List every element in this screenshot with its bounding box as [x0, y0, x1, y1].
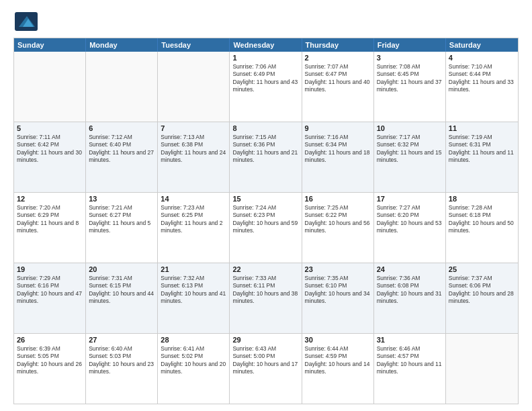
- day-info: Sunrise: 7:16 AMSunset: 6:34 PMDaylight:…: [305, 134, 371, 165]
- day-info: Sunrise: 7:23 AMSunset: 6:25 PMDaylight:…: [161, 204, 226, 235]
- calendar-day-31: 31Sunrise: 6:46 AMSunset: 4:57 PMDayligh…: [374, 334, 446, 404]
- day-info: Sunrise: 7:35 AMSunset: 6:10 PMDaylight:…: [305, 275, 371, 306]
- calendar-empty-cell: [86, 52, 158, 122]
- day-info: Sunrise: 7:27 AMSunset: 6:20 PMDaylight:…: [377, 204, 443, 235]
- calendar-day-23: 23Sunrise: 7:35 AMSunset: 6:10 PMDayligh…: [302, 263, 374, 333]
- day-number: 3: [377, 54, 443, 62]
- calendar-day-13: 13Sunrise: 7:21 AMSunset: 6:27 PMDayligh…: [86, 193, 158, 263]
- day-info: Sunrise: 7:37 AMSunset: 6:06 PMDaylight:…: [449, 275, 515, 306]
- day-number: 24: [377, 265, 443, 273]
- day-info: Sunrise: 6:39 AMSunset: 5:05 PMDaylight:…: [17, 345, 83, 376]
- calendar-day-5: 5Sunrise: 7:11 AMSunset: 6:42 PMDaylight…: [14, 122, 86, 192]
- day-info: Sunrise: 7:13 AMSunset: 6:38 PMDaylight:…: [161, 134, 226, 165]
- calendar-day-15: 15Sunrise: 7:24 AMSunset: 6:23 PMDayligh…: [230, 193, 302, 263]
- day-number: 29: [232, 336, 298, 344]
- calendar-day-26: 26Sunrise: 6:39 AMSunset: 5:05 PMDayligh…: [14, 334, 86, 404]
- calendar-empty-cell: [446, 334, 518, 404]
- day-info: Sunrise: 6:40 AMSunset: 5:03 PMDaylight:…: [89, 345, 154, 376]
- calendar-day-29: 29Sunrise: 6:43 AMSunset: 5:00 PMDayligh…: [230, 334, 302, 404]
- calendar-day-19: 19Sunrise: 7:29 AMSunset: 6:16 PMDayligh…: [14, 263, 86, 333]
- calendar-day-2: 2Sunrise: 7:07 AMSunset: 6:47 PMDaylight…: [302, 52, 374, 122]
- day-info: Sunrise: 7:07 AMSunset: 6:47 PMDaylight:…: [305, 63, 371, 94]
- day-info: Sunrise: 7:10 AMSunset: 6:44 PMDaylight:…: [449, 63, 515, 94]
- day-info: Sunrise: 7:33 AMSunset: 6:11 PMDaylight:…: [232, 275, 298, 306]
- day-number: 14: [161, 195, 226, 203]
- calendar-day-6: 6Sunrise: 7:12 AMSunset: 6:40 PMDaylight…: [86, 122, 158, 192]
- page: SundayMondayTuesdayWednesdayThursdayFrid…: [0, 0, 532, 411]
- day-number: 6: [89, 124, 154, 132]
- calendar-day-21: 21Sunrise: 7:32 AMSunset: 6:13 PMDayligh…: [158, 263, 230, 333]
- day-number: 25: [449, 265, 515, 273]
- day-number: 18: [449, 195, 515, 203]
- logo: [13, 11, 42, 32]
- day-info: Sunrise: 7:06 AMSunset: 6:49 PMDaylight:…: [232, 63, 298, 94]
- day-info: Sunrise: 7:08 AMSunset: 6:45 PMDaylight:…: [377, 63, 443, 94]
- day-number: 8: [232, 124, 298, 132]
- day-number: 26: [17, 336, 83, 344]
- day-number: 16: [305, 195, 371, 203]
- calendar-day-30: 30Sunrise: 6:44 AMSunset: 4:59 PMDayligh…: [302, 334, 374, 404]
- calendar-day-25: 25Sunrise: 7:37 AMSunset: 6:06 PMDayligh…: [446, 263, 518, 333]
- calendar-week-2: 5Sunrise: 7:11 AMSunset: 6:42 PMDaylight…: [14, 122, 518, 192]
- calendar-day-1: 1Sunrise: 7:06 AMSunset: 6:49 PMDaylight…: [230, 52, 302, 122]
- day-info: Sunrise: 6:46 AMSunset: 4:57 PMDaylight:…: [377, 345, 443, 376]
- calendar-day-11: 11Sunrise: 7:19 AMSunset: 6:31 PMDayligh…: [446, 122, 518, 192]
- calendar-day-14: 14Sunrise: 7:23 AMSunset: 6:25 PMDayligh…: [158, 193, 230, 263]
- header-day-wednesday: Wednesday: [230, 38, 302, 52]
- day-number: 7: [161, 124, 226, 132]
- calendar-day-17: 17Sunrise: 7:27 AMSunset: 6:20 PMDayligh…: [374, 193, 446, 263]
- day-number: 31: [377, 336, 443, 344]
- day-number: 2: [305, 54, 371, 62]
- day-info: Sunrise: 7:36 AMSunset: 6:08 PMDaylight:…: [377, 275, 443, 306]
- day-info: Sunrise: 7:20 AMSunset: 6:29 PMDaylight:…: [17, 204, 83, 235]
- day-info: Sunrise: 7:32 AMSunset: 6:13 PMDaylight:…: [161, 275, 226, 306]
- calendar-week-3: 12Sunrise: 7:20 AMSunset: 6:29 PMDayligh…: [14, 192, 518, 263]
- day-number: 9: [305, 124, 371, 132]
- calendar-day-10: 10Sunrise: 7:17 AMSunset: 6:32 PMDayligh…: [374, 122, 446, 192]
- header-day-sunday: Sunday: [14, 38, 86, 52]
- day-number: 27: [89, 336, 154, 344]
- day-number: 15: [232, 195, 298, 203]
- header-day-tuesday: Tuesday: [158, 38, 230, 52]
- day-info: Sunrise: 7:15 AMSunset: 6:36 PMDaylight:…: [232, 134, 298, 165]
- calendar-day-27: 27Sunrise: 6:40 AMSunset: 5:03 PMDayligh…: [86, 334, 158, 404]
- calendar-day-8: 8Sunrise: 7:15 AMSunset: 6:36 PMDaylight…: [230, 122, 302, 192]
- calendar-empty-cell: [158, 52, 230, 122]
- day-info: Sunrise: 6:44 AMSunset: 4:59 PMDaylight:…: [305, 345, 371, 376]
- day-info: Sunrise: 7:11 AMSunset: 6:42 PMDaylight:…: [17, 134, 83, 165]
- day-number: 1: [232, 54, 298, 62]
- logo-icon: [13, 11, 39, 32]
- day-number: 5: [17, 124, 83, 132]
- day-number: 21: [161, 265, 226, 273]
- header-day-friday: Friday: [374, 38, 446, 52]
- calendar-body: 1Sunrise: 7:06 AMSunset: 6:49 PMDaylight…: [14, 52, 518, 404]
- day-number: 23: [305, 265, 371, 273]
- calendar-week-4: 19Sunrise: 7:29 AMSunset: 6:16 PMDayligh…: [14, 263, 518, 333]
- day-info: Sunrise: 7:29 AMSunset: 6:16 PMDaylight:…: [17, 275, 83, 306]
- day-number: 13: [89, 195, 154, 203]
- header-day-saturday: Saturday: [446, 38, 518, 52]
- day-number: 12: [17, 195, 83, 203]
- day-number: 22: [232, 265, 298, 273]
- calendar-day-7: 7Sunrise: 7:13 AMSunset: 6:38 PMDaylight…: [158, 122, 230, 192]
- calendar-day-3: 3Sunrise: 7:08 AMSunset: 6:45 PMDaylight…: [374, 52, 446, 122]
- calendar-day-9: 9Sunrise: 7:16 AMSunset: 6:34 PMDaylight…: [302, 122, 374, 192]
- day-info: Sunrise: 7:24 AMSunset: 6:23 PMDaylight:…: [232, 204, 298, 235]
- calendar-day-22: 22Sunrise: 7:33 AMSunset: 6:11 PMDayligh…: [230, 263, 302, 333]
- header-day-monday: Monday: [86, 38, 158, 52]
- day-number: 28: [161, 336, 226, 344]
- day-number: 19: [17, 265, 83, 273]
- day-number: 10: [377, 124, 443, 132]
- calendar-day-20: 20Sunrise: 7:31 AMSunset: 6:15 PMDayligh…: [86, 263, 158, 333]
- calendar-day-4: 4Sunrise: 7:10 AMSunset: 6:44 PMDaylight…: [446, 52, 518, 122]
- day-info: Sunrise: 6:41 AMSunset: 5:02 PMDaylight:…: [161, 345, 226, 376]
- day-number: 4: [449, 54, 515, 62]
- calendar-day-28: 28Sunrise: 6:41 AMSunset: 5:02 PMDayligh…: [158, 334, 230, 404]
- calendar-week-1: 1Sunrise: 7:06 AMSunset: 6:49 PMDaylight…: [14, 52, 518, 122]
- day-number: 17: [377, 195, 443, 203]
- day-info: Sunrise: 7:17 AMSunset: 6:32 PMDaylight:…: [377, 134, 443, 165]
- calendar-week-5: 26Sunrise: 6:39 AMSunset: 5:05 PMDayligh…: [14, 333, 518, 404]
- calendar-day-12: 12Sunrise: 7:20 AMSunset: 6:29 PMDayligh…: [14, 193, 86, 263]
- day-info: Sunrise: 7:12 AMSunset: 6:40 PMDaylight:…: [89, 134, 154, 165]
- calendar-day-18: 18Sunrise: 7:28 AMSunset: 6:18 PMDayligh…: [446, 193, 518, 263]
